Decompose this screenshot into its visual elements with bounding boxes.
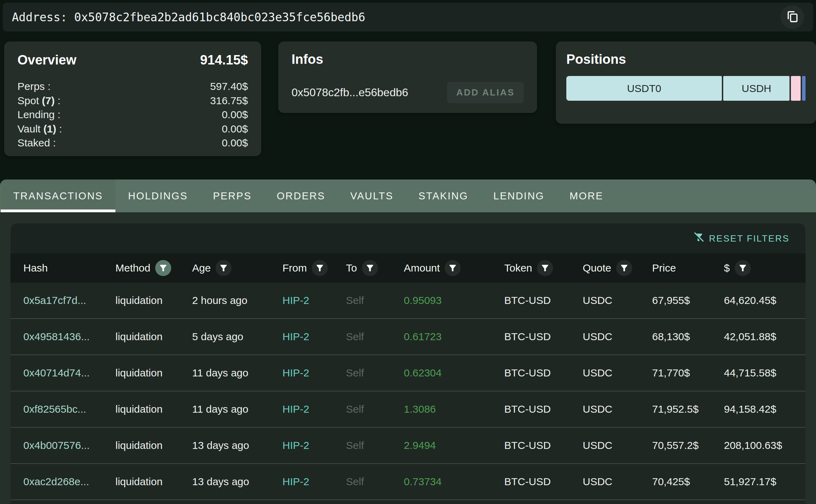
quote-cell: USDC (583, 295, 652, 306)
table-row: 0x49581436...liquidation5 days agoHIP-2S… (10, 319, 806, 355)
token-cell: BTC-USD (504, 295, 583, 306)
filter-button-to[interactable] (362, 260, 378, 276)
price-cell: 70,557.2$ (652, 440, 724, 451)
price-cell: 71,770$ (652, 367, 724, 379)
infos-card: Infos 0x5078c2fb...e56bedb6 ADD ALIAS (278, 41, 537, 113)
hash-link[interactable]: 0x40714d74... (23, 367, 90, 379)
filter-button-method[interactable] (155, 260, 171, 276)
from-cell: HIP-2 (282, 440, 346, 451)
overview-row-value: 316.75$ (210, 94, 248, 108)
address-text: Address: 0x5078c2fbea2b2ad61bc840bc023e3… (12, 10, 365, 24)
tab-orders[interactable]: ORDERS (264, 180, 338, 212)
hash-cell: 0x49581436... (23, 331, 115, 343)
hash-link[interactable]: 0x49581436... (23, 331, 90, 342)
quote-cell: USDC (583, 367, 652, 379)
filter-icon (315, 263, 325, 273)
copy-address-button[interactable] (780, 5, 804, 29)
filter-button-usd[interactable] (735, 260, 751, 276)
page: Address: 0x5078c2fbea2b2ad61bc840bc023e3… (0, 0, 816, 504)
overview-row-value: 597.40$ (210, 79, 248, 94)
table-row (10, 500, 806, 504)
tab-transactions[interactable]: TRANSACTIONS (1, 180, 115, 212)
overview-row-label: Vault (1) : (17, 122, 62, 136)
col-header-token: Token (504, 260, 583, 276)
hash-cell: 0x5a17cf7d... (23, 295, 115, 306)
filter-button-token[interactable] (537, 260, 553, 276)
method-cell: liquidation (115, 367, 192, 379)
usd-cell: 42,051.88$ (724, 331, 806, 343)
age-cell: 13 days ago (192, 476, 282, 488)
quote-cell: USDC (583, 403, 652, 415)
hash-link[interactable]: 0xf82565bc... (23, 403, 86, 415)
age-cell: 11 days ago (192, 367, 282, 379)
col-label: Quote (583, 262, 611, 274)
col-header-usd: $ (724, 260, 806, 276)
amount-cell: 0.73734 (404, 476, 504, 488)
position-segment[interactable] (791, 76, 801, 101)
from-cell: HIP-2 (282, 295, 346, 306)
position-segment[interactable] (802, 76, 806, 101)
usd-cell: 64,620.45$ (724, 295, 806, 306)
address-value: 0x5078c2fbea2b2ad61bc840bc023e35fce56bed… (74, 10, 365, 24)
tab-perps[interactable]: PERPS (201, 180, 264, 212)
amount-cell: 0.95093 (404, 295, 504, 306)
position-segment-usdh[interactable]: USDH (723, 76, 789, 101)
tab-lending[interactable]: LENDING (481, 180, 557, 212)
filter-button-from[interactable] (312, 260, 328, 276)
hash-link[interactable]: 0xac2d268e... (23, 476, 89, 487)
col-label: Token (504, 262, 532, 274)
reset-filters-button[interactable]: RESET FILTERS (693, 232, 789, 245)
overview-rows: Perps :597.40$Spot (7) :316.75$Lending :… (17, 79, 248, 150)
to-cell: Self (346, 476, 404, 488)
overview-card: Overview 914.15$ Perps :597.40$Spot (7) … (4, 41, 261, 156)
tab-holdings[interactable]: HOLDINGS (115, 180, 200, 212)
token-cell: BTC-USD (504, 476, 583, 488)
address-label: Address: (12, 10, 74, 24)
reset-filters-label: RESET FILTERS (709, 233, 789, 244)
filter-button-quote[interactable] (616, 260, 632, 276)
tab-vaults[interactable]: VAULTS (338, 180, 406, 212)
token-cell: BTC-USD (504, 367, 583, 379)
col-header-from: From (282, 260, 346, 276)
col-header-age: Age (192, 260, 282, 276)
table-row: 0x4b007576...liquidation13 days agoHIP-2… (10, 428, 806, 464)
quote-cell: USDC (583, 476, 652, 488)
col-header-quote: Quote (583, 260, 652, 276)
to-cell: Self (346, 440, 404, 451)
tab-more[interactable]: MORE (557, 180, 616, 212)
hash-link[interactable]: 0x5a17cf7d... (23, 295, 86, 306)
filter-off-icon (693, 232, 704, 245)
copy-icon (785, 9, 799, 25)
overview-title: Overview (17, 53, 76, 68)
filter-icon (448, 263, 458, 273)
hash-link[interactable]: 0x4b007576... (23, 440, 90, 451)
method-cell: liquidation (115, 295, 192, 306)
table-row: 0xac2d268e...liquidation13 days agoHIP-2… (10, 464, 806, 500)
col-label: Age (192, 262, 211, 274)
tab-staking[interactable]: STAKING (406, 180, 481, 212)
col-label: To (346, 262, 357, 274)
col-header-to: To (346, 260, 404, 276)
overview-total: 914.15$ (200, 53, 248, 68)
method-cell: liquidation (115, 403, 192, 415)
filter-icon (365, 263, 375, 273)
col-header-method: Method (115, 260, 192, 276)
col-label: Hash (23, 262, 48, 274)
col-label: Method (115, 262, 150, 274)
overview-row-label: Staked : (17, 136, 56, 150)
usd-cell: 44,715.58$ (724, 367, 806, 379)
price-cell: 67,955$ (652, 295, 724, 306)
filter-button-age[interactable] (216, 260, 232, 276)
filter-button-amount[interactable] (445, 260, 461, 276)
method-cell: liquidation (115, 476, 192, 488)
tab-bar: TRANSACTIONSHOLDINGSPERPSORDERSVAULTSSTA… (0, 180, 816, 212)
overview-row-value: 0.00$ (222, 108, 248, 122)
to-cell: Self (346, 295, 404, 306)
token-cell: BTC-USD (504, 440, 583, 451)
hash-cell: 0x4b007576... (23, 440, 115, 451)
add-alias-button[interactable]: ADD ALIAS (447, 82, 524, 103)
usd-cell: 51,927.17$ (724, 476, 806, 488)
position-segment-usdt0[interactable]: USDT0 (566, 76, 722, 101)
overview-row: Spot (7) :316.75$ (17, 94, 248, 108)
age-cell: 13 days ago (192, 440, 282, 451)
